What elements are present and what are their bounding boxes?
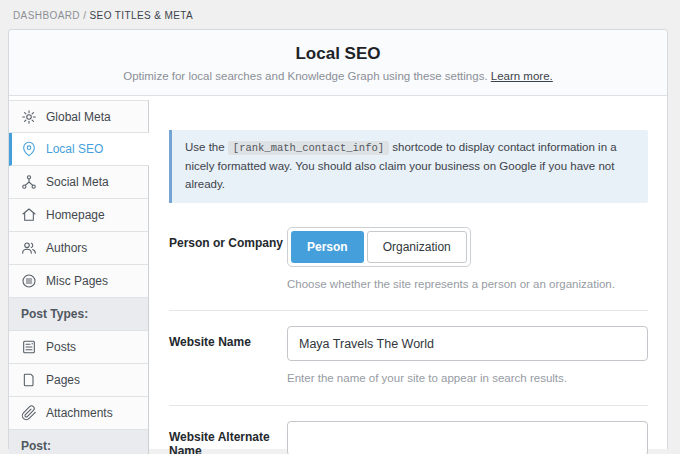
home-icon (21, 207, 37, 223)
list-circle-icon (21, 273, 37, 289)
sidebar-item-social-meta[interactable]: Social Meta (9, 166, 149, 199)
person-or-company-row: Person or Company Person Organization Ch… (169, 227, 648, 294)
sidebar-item-label: Misc Pages (46, 274, 108, 288)
person-or-company-label: Person or Company (169, 227, 287, 294)
shortcode-notice: Use the [rank_math_contact_info] shortco… (169, 130, 648, 203)
website-alternate-name-input[interactable] (287, 421, 648, 454)
page-icon (21, 372, 37, 388)
page-title: Local SEO (19, 44, 657, 64)
website-name-label: Website Name (169, 326, 287, 388)
sidebar-section-label: Post Types: (21, 307, 88, 321)
sidebar-section-post: Post: (9, 430, 149, 454)
sidebar-item-misc-pages[interactable]: Misc Pages (9, 265, 149, 298)
breadcrumb-current-page: SEO TITLES & META (90, 10, 194, 21)
website-name-help: Enter the name of your site to appear in… (287, 370, 648, 388)
post-icon (21, 339, 37, 355)
settings-panel: Local SEO Optimize for local searches an… (8, 29, 668, 449)
users-icon (21, 240, 37, 256)
breadcrumb-separator: / (80, 10, 90, 21)
shortcode-snippet: [rank_math_contact_info] (228, 141, 389, 155)
website-name-row: Website Name Enter the name of your site… (169, 326, 648, 388)
subtitle-text: Optimize for local searches and Knowledg… (123, 70, 491, 82)
sidebar-item-label: Homepage (46, 208, 105, 222)
breadcrumb: DASHBOARD / SEO TITLES & META (0, 0, 680, 21)
sidebar-item-label: Pages (46, 373, 80, 387)
website-alternate-name-label: Website Alternate Name (169, 421, 287, 454)
settings-sidebar: Global Meta Local SEO Social Meta Homepa… (9, 96, 149, 449)
paperclip-icon (21, 405, 37, 421)
page-subtitle: Optimize for local searches and Knowledg… (19, 70, 657, 82)
person-or-company-help: Choose whether the site represents a per… (287, 276, 648, 294)
person-button[interactable]: Person (291, 231, 364, 263)
sidebar-item-attachments[interactable]: Attachments (9, 397, 149, 430)
sidebar-item-pages[interactable]: Pages (9, 364, 149, 397)
row-divider (169, 405, 648, 406)
sidebar-item-local-seo[interactable]: Local SEO (9, 133, 149, 166)
website-name-input[interactable] (287, 326, 648, 361)
share-network-icon (21, 174, 37, 190)
organization-button[interactable]: Organization (367, 231, 467, 263)
map-pin-icon (21, 141, 37, 157)
settings-content: Use the [rank_math_contact_info] shortco… (149, 96, 667, 449)
panel-header: Local SEO Optimize for local searches an… (9, 30, 667, 96)
sidebar-item-label: Authors (46, 241, 87, 255)
notice-text-before: Use the (185, 141, 228, 153)
breadcrumb-dashboard[interactable]: DASHBOARD (13, 10, 80, 21)
sidebar-item-global-meta[interactable]: Global Meta (9, 100, 149, 133)
website-alternate-name-row: Website Alternate Name An alternate vers… (169, 421, 648, 454)
gear-icon (21, 109, 37, 125)
person-or-company-toggle: Person Organization (287, 227, 471, 267)
sidebar-item-authors[interactable]: Authors (9, 232, 149, 265)
sidebar-section-label: Post: (21, 439, 51, 453)
sidebar-item-label: Posts (46, 340, 76, 354)
row-divider (169, 310, 648, 311)
sidebar-item-label: Local SEO (46, 142, 103, 156)
learn-more-link[interactable]: Learn more. (491, 70, 553, 82)
sidebar-section-post-types: Post Types: (9, 298, 149, 331)
sidebar-item-label: Global Meta (46, 110, 111, 124)
sidebar-item-label: Social Meta (46, 175, 109, 189)
sidebar-item-homepage[interactable]: Homepage (9, 199, 149, 232)
sidebar-item-posts[interactable]: Posts (9, 331, 149, 364)
sidebar-item-label: Attachments (46, 406, 113, 420)
